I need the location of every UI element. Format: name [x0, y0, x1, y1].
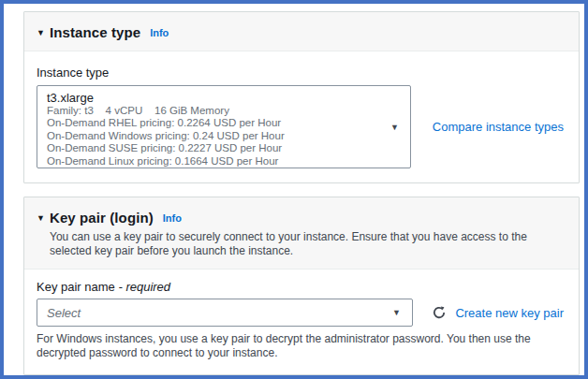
- refresh-icon: [432, 305, 447, 320]
- instance-type-panel: ▼ Instance type Info Instance type t3.xl…: [23, 11, 580, 183]
- key-pair-name-label-text: Key pair name: [37, 280, 118, 294]
- collapse-caret-icon[interactable]: ▼: [37, 28, 50, 37]
- instance-type-info-link[interactable]: Info: [150, 27, 169, 38]
- collapse-caret-icon[interactable]: ▼: [37, 213, 50, 223]
- key-pair-select[interactable]: Select ▼: [37, 299, 413, 327]
- key-pair-section-header[interactable]: ▼ Key pair (login) Info You can use a ke…: [24, 197, 579, 270]
- launch-instance-form: ▼ Instance type Info Instance type t3.xl…: [0, 0, 588, 379]
- key-pair-panel: ▼ Key pair (login) Info You can use a ke…: [23, 197, 580, 375]
- instance-type-field-label: Instance type: [37, 66, 109, 80]
- create-new-key-pair-link[interactable]: Create new key pair: [455, 306, 564, 320]
- key-pair-description: You can use a key pair to securely conne…: [50, 230, 564, 258]
- key-pair-name-label: Key pair name - required: [37, 280, 170, 294]
- key-pair-body: Key pair name - required Select ▼ Create…: [24, 270, 579, 374]
- key-pair-info-link[interactable]: Info: [163, 212, 182, 224]
- instance-type-section-title: Instance type: [50, 24, 140, 40]
- instance-type-detail-suse: On-Demand SUSE pricing: 0.2227 USD per H…: [47, 142, 382, 154]
- instance-type-detail-family: Family: t3 4 vCPU 16 GiB Memory: [47, 105, 382, 117]
- compare-instance-types-link[interactable]: Compare instance types: [433, 120, 564, 134]
- dropdown-arrow-icon[interactable]: ▼: [392, 308, 401, 317]
- refresh-key-pairs-button[interactable]: [430, 303, 448, 322]
- key-pair-section-title: Key pair (login): [50, 210, 154, 226]
- instance-type-selected-value: t3.xlarge: [47, 91, 382, 105]
- instance-type-detail-windows: On-Demand Windows pricing: 0.24 USD per …: [47, 130, 382, 142]
- instance-type-detail-rhel: On-Demand RHEL pricing: 0.2264 USD per H…: [47, 117, 382, 129]
- instance-type-body: Instance type t3.xlarge Family: t3 4 vCP…: [24, 51, 579, 182]
- key-pair-footer-note: For Windows instances, you use a key pai…: [37, 332, 564, 360]
- instance-type-detail-linux: On-Demand Linux pricing: 0.1664 USD per …: [47, 155, 382, 168]
- instance-type-combobox[interactable]: t3.xlarge Family: t3 4 vCPU 16 GiB Memor…: [37, 85, 411, 168]
- instance-type-section-header[interactable]: ▼ Instance type Info: [24, 12, 579, 51]
- key-pair-name-required-suffix: - required: [118, 280, 170, 294]
- key-pair-select-placeholder: Select: [47, 306, 81, 320]
- dropdown-arrow-icon[interactable]: ▼: [390, 122, 399, 131]
